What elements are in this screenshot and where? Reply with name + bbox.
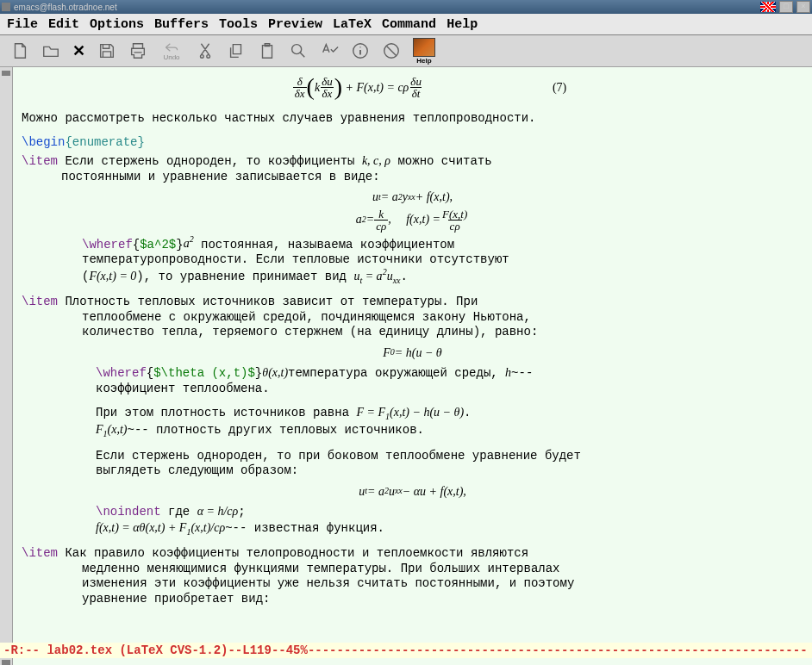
save-icon[interactable] xyxy=(97,41,116,60)
minibuffer-gutter xyxy=(0,658,13,665)
menu-help[interactable]: Help xyxy=(447,17,478,32)
copy-icon[interactable] xyxy=(227,41,246,60)
intro-text: Можно рассмотреть несколько частных случ… xyxy=(22,111,803,127)
item-1: \item Если стержень однороден, то коэффи… xyxy=(22,153,803,184)
cancel-icon[interactable] xyxy=(382,41,401,60)
menu-preview[interactable]: Preview xyxy=(268,17,322,32)
window-title: emacs@flash.otradnoe.net xyxy=(14,3,117,12)
item-3: \item Как правило коэффициенты телопрово… xyxy=(22,546,803,606)
window-icon xyxy=(2,3,10,11)
menu-tools[interactable]: Tools xyxy=(219,17,258,32)
item1-eq1: ut = a2yxx + f(x,t), xyxy=(22,190,803,205)
editor-area: δδx ( k δuδx ) + F(x,t) = cρ δuδt (7) Мо… xyxy=(0,67,812,643)
search-icon[interactable] xyxy=(289,41,308,60)
close-x-icon[interactable]: ✕ xyxy=(72,41,85,60)
cut-icon[interactable] xyxy=(196,41,215,60)
toolbar: ✕ Undo Help xyxy=(0,35,812,67)
new-file-icon[interactable] xyxy=(10,41,29,60)
wheref-1: \wheref{$a^2$}a2 постоянная, называема к… xyxy=(22,235,803,287)
item2-p2: При этом плотность источников равна F = … xyxy=(22,405,803,440)
begin-enumerate: \begin{enumerate} xyxy=(22,135,803,151)
item2-p4: Если стержень однороден, то при боковом … xyxy=(22,449,803,479)
maximize-button[interactable]: □ xyxy=(779,1,793,13)
undo-label: Undo xyxy=(163,53,179,61)
item1-eq2: a2 = kcρ, f(x,t) = F(x,t)cρ xyxy=(22,208,803,232)
close-button[interactable]: × xyxy=(796,1,810,13)
spell-icon[interactable] xyxy=(320,41,339,60)
item-2: \item Плотность тепловых источников зави… xyxy=(22,295,803,340)
wheref-2: \wheref{$\theta (x,t)$}θ(x,t)температура… xyxy=(22,365,803,396)
window-titlebar: emacs@flash.otradnoe.net □ × xyxy=(0,0,812,14)
minibuffer-gutter-mark xyxy=(2,660,10,665)
item2-eq2: ut = a2uxx − αu + f(x,t), xyxy=(22,484,803,500)
undo-button[interactable]: Undo xyxy=(159,41,184,61)
item2-eq1: F0 = h(u − θ xyxy=(22,345,803,361)
editor-content[interactable]: δδx ( k δuδx ) + F(x,t) = cρ δuδt (7) Мо… xyxy=(13,67,812,643)
help-button[interactable]: Help xyxy=(413,38,435,65)
minibuffer[interactable] xyxy=(0,658,812,665)
menubar: File Edit Options Buffers Tools Preview … xyxy=(0,14,812,35)
gutter xyxy=(0,67,13,643)
menu-buffers[interactable]: Buffers xyxy=(154,17,209,32)
menu-options[interactable]: Options xyxy=(90,17,144,32)
menu-latex[interactable]: LaTeX xyxy=(333,17,372,32)
gutter-mark xyxy=(2,71,10,76)
print-icon[interactable] xyxy=(128,41,147,60)
noindent-line: \noindent где α = h/cρ; f(x,t) = αθ(x,t)… xyxy=(22,504,803,538)
paste-icon[interactable] xyxy=(258,41,277,60)
open-file-icon[interactable] xyxy=(41,41,60,60)
menu-file[interactable]: File xyxy=(7,17,38,32)
menu-command[interactable]: Command xyxy=(382,17,436,32)
modeline: -R:-- lab02.tex (LaTeX CVS-1.2)--L119--4… xyxy=(0,643,812,658)
uk-flag-icon[interactable] xyxy=(760,2,776,12)
help-label: Help xyxy=(416,57,431,65)
equation-7: δδx ( k δuδx ) + F(x,t) = cρ δuδt (7) xyxy=(22,76,803,99)
info-icon[interactable] xyxy=(351,41,370,60)
menu-edit[interactable]: Edit xyxy=(48,17,79,32)
help-icon xyxy=(413,38,435,57)
